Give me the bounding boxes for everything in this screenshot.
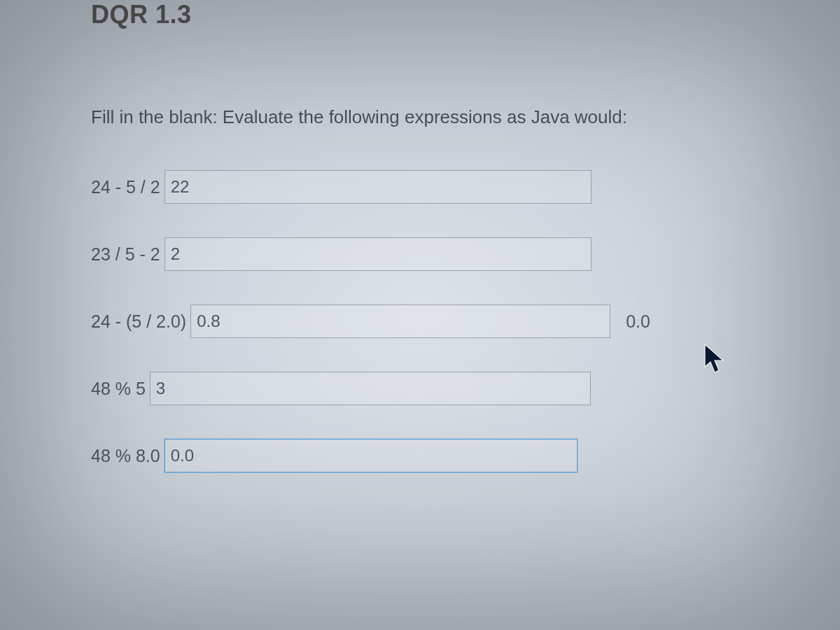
question-row: 24 - 5 / 2 bbox=[91, 170, 749, 204]
answer-input-1[interactable] bbox=[164, 170, 592, 204]
extra-value: 0.0 bbox=[626, 312, 650, 332]
page-title: DQR 1.3 bbox=[91, 0, 749, 29]
question-prompt: Fill in the blank: Evaluate the followin… bbox=[91, 106, 749, 128]
question-row: 24 - (5 / 2.0) 0.0 bbox=[91, 304, 749, 338]
question-row: 48 % 8.0 bbox=[91, 439, 749, 472]
answer-input-4[interactable] bbox=[150, 372, 591, 405]
expression-label: 48 % 8.0 bbox=[91, 446, 160, 466]
expression-label: 23 / 5 - 2 bbox=[91, 244, 160, 265]
answer-input-2[interactable] bbox=[164, 237, 592, 271]
expression-label: 24 - (5 / 2.0) bbox=[91, 312, 186, 332]
expression-label: 24 - 5 / 2 bbox=[91, 177, 160, 197]
question-row: 23 / 5 - 2 bbox=[91, 237, 749, 271]
answer-input-5[interactable] bbox=[164, 439, 578, 472]
expression-label: 48 % 5 bbox=[91, 379, 146, 399]
question-row: 48 % 5 bbox=[91, 372, 749, 405]
answer-input-3[interactable] bbox=[190, 304, 610, 338]
